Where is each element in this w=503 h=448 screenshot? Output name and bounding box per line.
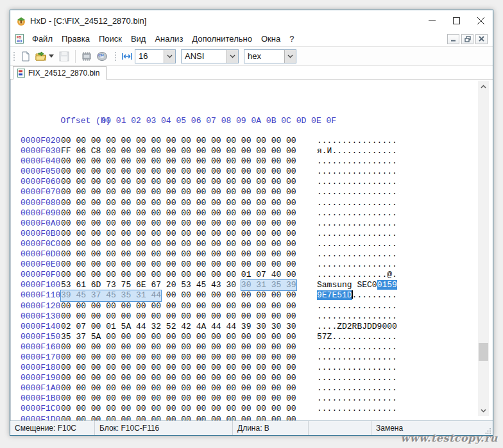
row-ascii[interactable]: 9E7E51D.........	[317, 290, 397, 301]
hex-bytes[interactable]: 00 00 00 00 00 00 00 00 00 00 00 00 00 0…	[61, 301, 296, 311]
hex-row[interactable]: 0000F13000 00 00 00 00 00 00 00 00 00 00…	[11, 311, 477, 322]
row-ascii[interactable]: ................	[317, 404, 397, 414]
save-button[interactable]	[56, 49, 72, 64]
menu-item[interactable]: Файл	[28, 32, 57, 46]
open-ram-button[interactable]	[79, 49, 94, 64]
ascii-text[interactable]: ................	[317, 187, 397, 197]
ascii-text[interactable]: ................	[317, 219, 397, 228]
ascii-text[interactable]: ................	[317, 311, 397, 321]
hex-row[interactable]: 0000F0E000 00 00 00 00 00 00 00 00 00 00…	[11, 260, 477, 270]
ascii-text[interactable]: ................	[317, 383, 397, 393]
ascii-text[interactable]: ................	[317, 353, 397, 362]
hex-row[interactable]: 0000F06000 00 00 00 00 00 00 00 00 00 00…	[11, 177, 477, 187]
ascii-text[interactable]: ................	[317, 404, 397, 413]
mdi-close-button[interactable]	[475, 34, 488, 44]
hex-selection[interactable]: 30 31 35 39	[241, 279, 297, 291]
hex-bytes[interactable]: 35 37 5A 00 00 00 00 00 00 00 00 00 00 0…	[61, 332, 296, 342]
ascii-text[interactable]: ................	[317, 249, 397, 259]
ascii-text[interactable]: ................	[317, 363, 397, 372]
open-file-button[interactable]	[33, 49, 49, 64]
hex-row[interactable]: 0000F0F000 00 00 00 00 00 00 00 00 00 00…	[11, 270, 477, 280]
hex-bytes[interactable]: 00 00 00 00 00 00 00 00 00 00 00 00 00 0…	[61, 373, 296, 383]
toolbar-grip-2[interactable]	[114, 51, 117, 62]
hex-bytes[interactable]: 00 00 00 00 00 00 00 00 00	[161, 290, 296, 300]
ascii-text[interactable]: ................	[317, 198, 397, 208]
combo-dropdown-button[interactable]	[226, 50, 238, 63]
hex-bytes[interactable]: 00 00 00 00 00 00 00 00 00 00 00 00 00 0…	[61, 156, 296, 166]
ascii-text[interactable]: ................	[317, 373, 397, 383]
row-ascii[interactable]: ....ZD2RBJDD9000	[317, 322, 397, 332]
ascii-text[interactable]: ................	[317, 342, 397, 352]
hex-bytes[interactable]: 00 00 00 00 00 00 00 00 00 00 00 00 00 0…	[61, 239, 296, 249]
row-ascii[interactable]: ................	[317, 136, 397, 146]
row-hex-bytes[interactable]: 00 00 00 00 00 00 00 00 00 00 00 00 00 0…	[61, 301, 317, 311]
hex-bytes[interactable]: 00 00 00 00 00 00 00 00 00 00 00 00 00 0…	[61, 394, 296, 403]
hex-editor-area[interactable]: Offset (h)00 01 02 03 04 05 06 07 08 09 …	[10, 79, 493, 420]
hex-row[interactable]: 0000F19000 00 00 00 00 00 00 00 00 00 00…	[11, 373, 477, 383]
row-hex-bytes[interactable]: 00 00 00 00 00 00 00 00 00 00 00 00 00 0…	[61, 156, 317, 167]
ascii-text[interactable]: ................	[317, 177, 397, 187]
ascii-selection[interactable]: 9E7E51D	[317, 290, 352, 300]
row-hex-bytes[interactable]: 00 00 00 00 00 00 00 00 00 00 00 00 00 0…	[61, 249, 317, 260]
hex-row[interactable]: 0000F1C000 00 00 00 00 00 00 00 00 00 00…	[11, 404, 477, 414]
hex-bytes[interactable]: 00 00 00 00 00 00 00 00 00 00 00 00 00 0…	[61, 167, 296, 176]
hex-bytes[interactable]: 00 00 00 00 00 00 00 00 00 00 00 00 00 0…	[61, 187, 296, 197]
scroll-up-button[interactable]	[478, 81, 489, 92]
ascii-text[interactable]: ................	[317, 229, 397, 238]
ascii-text[interactable]: ................	[317, 167, 397, 176]
row-hex-bytes[interactable]: 00 00 00 00 00 00 00 00 00 00 00 00 00 0…	[61, 394, 317, 404]
row-hex-bytes[interactable]: 00 00 00 00 00 00 00 00 00 00 00 00 00 0…	[61, 208, 317, 219]
menu-item[interactable]: Правка	[57, 32, 94, 46]
hex-row[interactable]: 0000F07000 00 00 00 00 00 00 00 00 00 00…	[11, 187, 477, 197]
row-hex-bytes[interactable]: 00 00 00 00 00 00 00 00 00 00 00 00 00 0…	[61, 239, 317, 249]
encoding-select[interactable]: ANSI	[181, 49, 239, 63]
hex-bytes[interactable]: 00 00 00 00 00 00 00 00 00 00 00 00 01 0…	[61, 270, 296, 279]
row-hex-bytes[interactable]: 00 00 00 00 00 00 00 00 00 00 00 00 00 0…	[61, 353, 317, 363]
ascii-selection[interactable]: 0159	[377, 280, 397, 290]
ascii-text[interactable]: ..............@.	[317, 270, 397, 279]
combo-dropdown-button[interactable]	[164, 50, 175, 63]
open-dropdown-caret[interactable]	[49, 54, 54, 58]
hex-row[interactable]: 0000F1D000 00 00 00 00 00 00 00 00 00 00…	[11, 415, 477, 420]
vertical-scrollbar[interactable]	[478, 81, 489, 416]
hex-row[interactable]: 0000F14002 07 00 01 5A 44 32 52 42 4A 44…	[11, 322, 477, 332]
hex-rows[interactable]: 0000F02000 00 00 00 00 00 00 00 00 00 00…	[11, 136, 477, 420]
hex-row[interactable]: 0000F10053 61 6D 73 75 6E 67 20 53 45 43…	[11, 280, 477, 290]
hex-row[interactable]: 0000F0D000 00 00 00 00 00 00 00 00 00 00…	[11, 249, 477, 260]
row-hex-bytes[interactable]: 00 00 00 00 00 00 00 00 00 00 00 00 00 0…	[61, 404, 317, 414]
row-hex-bytes[interactable]: 00 00 00 00 00 00 00 00 00 00 00 00 00 0…	[61, 311, 317, 322]
hex-row[interactable]: 0000F15035 37 5A 00 00 00 00 00 00 00 00…	[11, 332, 477, 342]
ascii-text[interactable]: ................	[317, 156, 397, 166]
row-hex-bytes[interactable]: 00 00 00 00 00 00 00 00 00 00 00 00 00 0…	[61, 373, 317, 383]
row-ascii[interactable]: ................	[317, 394, 397, 404]
hex-bytes[interactable]: 00 00 00 00 00 00 00 00 00 00 00 00 00 0…	[61, 353, 296, 362]
hex-row[interactable]: 0000F09000 00 00 00 00 00 00 00 00 00 00…	[11, 208, 477, 219]
hex-selection[interactable]: 39 45 37 45 35 31 44	[60, 290, 162, 301]
hex-bytes[interactable]: 53 61 6D 73 75 6E 67 20 53 45 43 30	[61, 280, 241, 290]
menu-item[interactable]: Дополнительно	[187, 32, 257, 46]
row-ascii[interactable]: ................	[317, 342, 397, 353]
ascii-text[interactable]: я.И.............	[317, 146, 397, 156]
ascii-text[interactable]: ................	[317, 394, 397, 403]
menu-item[interactable]: Анализ	[150, 32, 187, 46]
hex-bytes[interactable]: 00 00 00 00 00 00 00 00 00 00 00 00 00 0…	[61, 198, 296, 208]
hex-bytes[interactable]: 00 00 00 00 00 00 00 00 00 00 00 00 00 0…	[61, 363, 296, 372]
offset-base-select[interactable]: hex	[244, 49, 296, 63]
row-ascii[interactable]: ................	[317, 363, 397, 373]
hex-bytes[interactable]: FF 06 C8 00 00 00 00 00 00 00 00 00 00 0…	[61, 146, 296, 156]
row-ascii[interactable]: ................	[317, 167, 397, 177]
hex-bytes[interactable]: 00 00 00 00 00 00 00 00 00 00 00 00 00 0…	[61, 260, 296, 269]
row-hex-bytes[interactable]: 02 07 00 01 5A 44 32 52 42 4A 44 44 39 3…	[61, 322, 317, 332]
ascii-text[interactable]: 57Z.............	[317, 332, 397, 342]
hex-row[interactable]: 0000F0A000 00 00 00 00 00 00 00 00 00 00…	[11, 219, 477, 229]
row-ascii[interactable]: ..............@.	[317, 270, 397, 280]
row-hex-bytes[interactable]: 00 00 00 00 00 00 00 00 00 00 00 00 00 0…	[61, 342, 317, 353]
hex-row[interactable]: 0000F08000 00 00 00 00 00 00 00 00 00 00…	[11, 198, 477, 208]
maximize-button[interactable]	[444, 10, 468, 31]
ascii-text[interactable]: ................	[317, 208, 397, 218]
hex-bytes[interactable]: 00 00 00 00 00 00 00 00 00 00 00 00 00 0…	[61, 383, 296, 393]
row-ascii[interactable]: ................	[317, 229, 397, 239]
ascii-text[interactable]: .........	[352, 290, 397, 300]
row-hex-bytes[interactable]: 39 45 37 45 35 31 44 00 00 00 00 00 00 0…	[61, 290, 317, 301]
row-ascii[interactable]: ................	[317, 415, 397, 420]
